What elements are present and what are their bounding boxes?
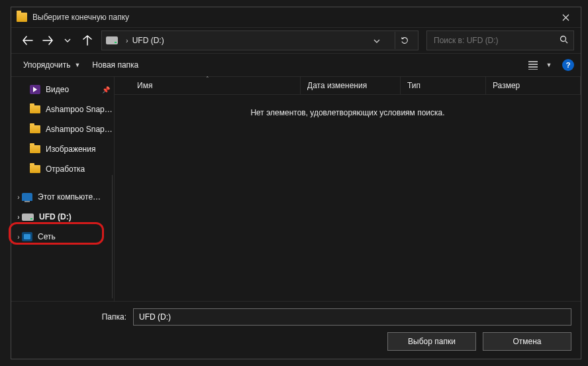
list-view-icon [528, 61, 538, 70]
sidebar-item-label: Видео [46, 85, 69, 94]
folder-icon [17, 13, 27, 22]
folder-icon [30, 105, 40, 113]
chevron-down-icon [373, 39, 380, 43]
address-bar[interactable]: › UFD (D:) [101, 30, 418, 50]
nav-row: › UFD (D:) [11, 28, 581, 54]
cancel-button[interactable]: Отмена [483, 332, 571, 351]
back-button[interactable] [18, 30, 38, 50]
new-folder-button[interactable]: Новая папка [87, 56, 144, 74]
new-folder-label: Новая папка [92, 60, 138, 70]
chevron-right-icon: › [126, 36, 128, 44]
sidebar-item-work[interactable]: Отработка [11, 159, 114, 179]
file-area: ˄ Имя Дата изменения Тип Размер Нет элем… [114, 77, 581, 301]
sidebar-item-network[interactable]: › Сеть [11, 227, 114, 247]
network-icon [22, 232, 32, 241]
window-title: Выберите конечную папку [32, 13, 129, 22]
sidebar-item-snap1[interactable]: Ashampoo Snap… [11, 99, 114, 119]
forward-button[interactable] [38, 30, 58, 50]
folder-field-label: Папка: [21, 312, 126, 322]
col-name[interactable]: ˄ Имя [115, 77, 301, 94]
select-folder-button[interactable]: Выбор папки [387, 332, 476, 351]
video-icon [30, 85, 40, 94]
chevron-down-icon [64, 38, 71, 42]
sort-asc-icon: ˄ [206, 76, 209, 82]
sidebar-item-label: Этот компьюте… [38, 192, 101, 202]
sidebar-item-label: Ashampoo Snap… [46, 105, 113, 114]
arrow-right-icon [42, 36, 53, 45]
toolbar: Упорядочить ▼ Новая папка ▼ ? [11, 54, 581, 77]
sidebar-item-label: Отработка [46, 164, 85, 174]
sidebar-item-images[interactable]: Изображения [11, 139, 114, 159]
svg-point-0 [561, 36, 566, 42]
arrow-up-icon [83, 35, 92, 46]
search-box[interactable] [426, 30, 574, 50]
computer-icon [22, 193, 32, 201]
sidebar-item-label: Изображения [46, 145, 95, 154]
organize-button[interactable]: Упорядочить ▼ [18, 56, 85, 74]
up-button[interactable] [77, 30, 97, 50]
drive-icon [106, 36, 118, 44]
help-icon: ? [566, 61, 571, 69]
folder-icon [30, 145, 40, 153]
column-headers: ˄ Имя Дата изменения Тип Размер [115, 77, 581, 95]
folder-name-input[interactable] [133, 308, 571, 326]
arrow-left-icon [23, 36, 33, 45]
view-mode-dropdown[interactable]: ▼ [544, 62, 554, 68]
refresh-icon [400, 36, 409, 45]
help-button[interactable]: ? [562, 59, 574, 71]
close-button[interactable] [550, 7, 581, 27]
col-size[interactable]: Размер [486, 77, 581, 94]
sidebar-item-snap2[interactable]: Ashampoo Snap… [11, 119, 114, 139]
search-input[interactable] [432, 35, 560, 46]
dialog-footer: Папка: Выбор папки Отмена [11, 301, 581, 359]
breadcrumb-drive[interactable]: UFD (D:) [132, 36, 164, 45]
sidebar-item-label: UFD (D:) [39, 212, 72, 221]
sidebar-scrollbar[interactable] [112, 175, 113, 298]
drive-icon [22, 213, 34, 221]
empty-message: Нет элементов, удовлетворяющих условиям … [115, 95, 581, 301]
dialog-body: Видео 📌 Ashampoo Snap… Ashampoo Snap… Из… [11, 77, 581, 301]
col-date[interactable]: Дата изменения [301, 77, 401, 94]
pin-icon: 📌 [102, 86, 110, 93]
close-icon [562, 14, 569, 21]
col-type[interactable]: Тип [401, 77, 486, 94]
sidebar-item-label: Ashampoo Snap… [46, 125, 113, 134]
history-dropdown[interactable] [58, 30, 77, 50]
sidebar-item-video[interactable]: Видео 📌 [11, 80, 114, 99]
organize-label: Упорядочить [23, 60, 70, 70]
caret-down-icon: ▼ [74, 62, 80, 68]
titlebar: Выберите конечную папку [11, 7, 581, 28]
folder-icon [30, 125, 40, 133]
address-dropdown[interactable] [369, 36, 384, 44]
folder-icon [30, 165, 40, 173]
sidebar-item-label: Сеть [38, 232, 56, 241]
refresh-button[interactable] [395, 32, 414, 49]
nav-sidebar: Видео 📌 Ashampoo Snap… Ashampoo Snap… Из… [11, 77, 114, 301]
resize-grip[interactable] [578, 359, 585, 365]
sidebar-item-this-pc[interactable]: › Этот компьюте… [11, 187, 114, 207]
sidebar-item-ufd[interactable]: › UFD (D:) [11, 207, 114, 227]
search-icon[interactable] [560, 35, 568, 46]
view-mode-button[interactable] [524, 57, 542, 73]
dialog-window: Выберите конечную папку [11, 7, 581, 359]
